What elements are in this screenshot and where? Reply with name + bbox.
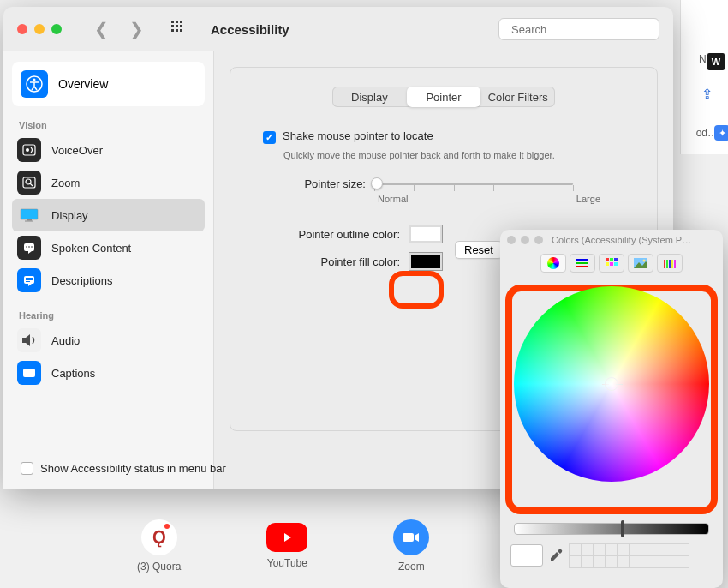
- sidebar-item-spoken-content[interactable]: Spoken Content: [12, 231, 205, 264]
- sidebar-section-hearing: Hearing: [19, 310, 205, 321]
- shake-pointer-label: Shake mouse pointer to locate: [283, 129, 433, 142]
- sidebar-item-label: Overview: [58, 77, 108, 91]
- slider-max-label: Large: [576, 194, 600, 204]
- colors-titlebar: Colors (Accessibility (System P…: [500, 230, 723, 250]
- status-menubar-checkbox[interactable]: [21, 462, 33, 475]
- zoom-app-icon: [393, 519, 429, 555]
- sidebar: Overview Vision VoiceOver Zoom Display S…: [3, 51, 214, 489]
- svg-rect-32: [576, 262, 588, 264]
- titlebar: ❮ ❯ Accessibility: [3, 7, 673, 51]
- svg-rect-5: [180, 25, 182, 27]
- picker-tab-palettes[interactable]: [599, 254, 624, 273]
- svg-point-24: [31, 246, 33, 248]
- svg-rect-7: [176, 29, 178, 32]
- swatch-row: [500, 535, 723, 576]
- svg-rect-43: [666, 260, 668, 268]
- close-window-button[interactable]: [17, 24, 27, 34]
- sidebar-item-overview[interactable]: Overview: [12, 62, 205, 106]
- sidebar-item-label: Spoken Content: [51, 242, 131, 255]
- svg-rect-8: [180, 29, 182, 32]
- dock-label: Zoom: [398, 561, 425, 573]
- sidebar-item-descriptions[interactable]: Descriptions: [12, 264, 205, 297]
- fill-color-well[interactable]: [409, 252, 443, 271]
- accessibility-icon: [21, 70, 48, 98]
- svg-point-12: [33, 79, 36, 81]
- sidebar-item-zoom[interactable]: Zoom: [12, 166, 205, 199]
- window-title: Accessibility: [211, 22, 289, 37]
- picker-tab-pencils[interactable]: [657, 254, 683, 273]
- captions-icon: [17, 361, 41, 385]
- color-wheel[interactable]: [514, 286, 709, 482]
- picker-tab-sliders[interactable]: [570, 254, 595, 273]
- svg-rect-34: [606, 258, 609, 261]
- svg-rect-36: [614, 258, 618, 261]
- svg-point-41: [643, 260, 646, 262]
- sidebar-item-voiceover[interactable]: VoiceOver: [12, 134, 205, 166]
- outline-color-well[interactable]: [409, 225, 443, 243]
- brightness-slider[interactable]: [514, 523, 709, 535]
- nav-forward-button[interactable]: ❯: [129, 19, 144, 39]
- fill-color-label: Pointer fill color:: [275, 255, 400, 268]
- tab-color-filters[interactable]: Color Filters: [480, 87, 555, 107]
- pointer-size-label: Pointer size:: [283, 177, 366, 190]
- svg-point-22: [26, 246, 27, 248]
- colors-minimize-button[interactable]: [521, 236, 529, 244]
- svg-rect-27: [26, 279, 33, 280]
- slider-thumb[interactable]: [371, 177, 383, 189]
- svg-line-17: [30, 183, 33, 186]
- slider-end-labels: Normal Large: [378, 194, 600, 204]
- annotation-highlight-fill-color: [389, 271, 444, 309]
- sidebar-item-audio[interactable]: Audio: [12, 324, 205, 357]
- svg-point-14: [26, 148, 29, 152]
- brightness-thumb[interactable]: [621, 520, 624, 537]
- footer-status-row: Show Accessibility status in menu bar: [21, 462, 226, 475]
- tab-pointer[interactable]: Pointer: [407, 87, 481, 107]
- grid-icon[interactable]: [171, 21, 185, 38]
- outline-color-label: Pointer outline color:: [275, 228, 400, 241]
- audio-icon: [17, 328, 41, 352]
- svg-rect-37: [606, 262, 609, 266]
- color-wheel-cursor[interactable]: [605, 377, 618, 391]
- eyedropper-icon[interactable]: [548, 548, 564, 563]
- saved-swatches-grid[interactable]: [569, 543, 689, 567]
- youtube-icon: [266, 523, 307, 552]
- svg-rect-35: [610, 258, 613, 261]
- zoom-icon: [17, 171, 41, 195]
- sidebar-item-label: Descriptions: [51, 274, 113, 287]
- picker-mode-tabs: [500, 250, 723, 276]
- tab-display[interactable]: Display: [332, 87, 407, 107]
- svg-rect-39: [614, 262, 618, 266]
- sidebar-item-captions[interactable]: Captions: [12, 357, 205, 389]
- colors-maximize-button[interactable]: [534, 236, 543, 244]
- dock-item-youtube[interactable]: YouTube: [266, 523, 307, 569]
- current-color-swatch[interactable]: [510, 544, 543, 567]
- shake-pointer-checkbox[interactable]: [263, 131, 276, 144]
- svg-rect-42: [664, 260, 665, 268]
- sidebar-section-vision: Vision: [19, 120, 205, 130]
- svg-rect-19: [27, 219, 32, 221]
- minimize-window-button[interactable]: [34, 24, 45, 34]
- sidebar-item-label: Captions: [51, 367, 95, 380]
- search-field[interactable]: [498, 18, 659, 40]
- dock-item-zoom[interactable]: Zoom: [393, 519, 429, 573]
- voiceover-icon: [17, 138, 41, 162]
- dock-item-quora[interactable]: Ǫ (3) Quora: [137, 519, 181, 573]
- descriptions-icon: [17, 268, 41, 292]
- display-icon: [17, 203, 41, 227]
- sidebar-item-display[interactable]: Display: [12, 199, 205, 231]
- dock-label: YouTube: [267, 557, 307, 569]
- search-input[interactable]: [511, 23, 655, 36]
- colors-close-button[interactable]: [507, 236, 516, 244]
- svg-rect-20: [25, 221, 33, 222]
- picker-tab-image[interactable]: [628, 254, 653, 273]
- svg-rect-31: [576, 259, 588, 261]
- pointer-size-slider[interactable]: [374, 183, 573, 185]
- maximize-window-button[interactable]: [51, 24, 62, 34]
- shake-pointer-row: Shake mouse pointer to locate: [263, 129, 638, 144]
- reset-button[interactable]: Reset: [455, 241, 503, 259]
- spoken-content-icon: [17, 236, 41, 260]
- svg-rect-33: [576, 266, 588, 267]
- nav-back-button[interactable]: ❮: [94, 19, 109, 39]
- svg-rect-2: [180, 21, 182, 23]
- picker-tab-wheel[interactable]: [540, 254, 566, 273]
